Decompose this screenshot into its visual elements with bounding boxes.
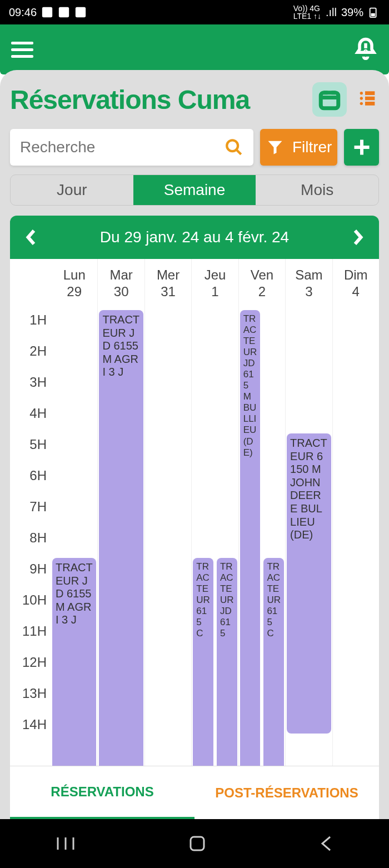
svg-rect-4 xyxy=(371,13,375,17)
day-col-sam: Sam3 TRACTEUR 6150 M JOHN DEERE BULLIEU … xyxy=(286,259,332,766)
view-tabs: Jour Semaine Mois xyxy=(10,174,379,206)
view-tab-day[interactable]: Jour xyxy=(11,175,133,205)
notifications-button[interactable] xyxy=(353,36,378,63)
day-col-dim: Dim4 xyxy=(333,259,379,766)
svg-rect-2 xyxy=(76,7,86,17)
svg-rect-1 xyxy=(59,7,69,17)
event-jeu-1[interactable]: TRACTEUR 615 C xyxy=(193,558,213,766)
calendar-view-button[interactable] xyxy=(312,82,347,117)
event-mar[interactable]: TRACTEUR JD 6155 M AGRI 3 J xyxy=(99,310,143,766)
app-icon xyxy=(74,6,87,18)
date-range-label: Du 29 janv. 24 au 4 févr. 24 xyxy=(100,228,289,246)
bottom-tabs: RÉSERVATIONS POST-RÉSERVATIONS xyxy=(10,766,379,819)
day-col-lun: Lun29 TRACTEUR JD 6155 M AGRI 3 J xyxy=(51,259,98,766)
app-container: Réservations Cuma Filtrer Jour xyxy=(0,24,389,819)
funnel-icon xyxy=(266,139,285,156)
tab-reservations[interactable]: RÉSERVATIONS xyxy=(10,766,194,819)
svg-point-17 xyxy=(227,140,238,151)
day-col-mar: Mar30 TRACTEUR JD 6155 M AGRI 3 J xyxy=(98,259,144,766)
status-net: Vo)) 4GLTE1 ↑↓ xyxy=(293,4,321,20)
list-view-button[interactable] xyxy=(356,89,379,109)
calendar-grid[interactable]: 1H2H3H 4H5H6H 7H8H9H 10H11H12H 13H14H Lu… xyxy=(10,259,379,766)
content-area: Réservations Cuma Filtrer Jour xyxy=(0,70,389,819)
status-battery: 39% xyxy=(341,6,363,19)
linkedin-icon xyxy=(41,6,53,18)
app-topbar xyxy=(0,24,389,74)
day-col-mer: Mer31 xyxy=(145,259,192,766)
day-col-ven: Ven2 TRACTEUR JD 615 M BULLIEU (DE) TRAC… xyxy=(239,259,286,766)
svg-point-11 xyxy=(360,92,363,94)
date-nav: Du 29 janv. 24 au 4 févr. 24 xyxy=(10,216,379,259)
android-nav-bar xyxy=(0,819,389,868)
view-tab-week[interactable]: Semaine xyxy=(133,175,256,205)
event-sam[interactable]: TRACTEUR 6150 M JOHN DEERE BULLIEU (DE) xyxy=(287,433,331,734)
search-input[interactable] xyxy=(20,138,219,156)
list-icon xyxy=(356,89,379,107)
back-button[interactable] xyxy=(318,832,335,855)
recent-apps-button[interactable] xyxy=(54,835,77,852)
gallery-icon xyxy=(58,6,70,18)
event-jeu-2[interactable]: TRACTEUR JD 615 xyxy=(217,558,237,766)
status-signal: .ıll xyxy=(326,6,337,19)
event-lun[interactable]: TRACTEUR JD 6155 M AGRI 3 J xyxy=(52,558,96,766)
svg-point-15 xyxy=(360,102,363,105)
svg-point-6 xyxy=(365,51,366,52)
plus-icon xyxy=(352,137,372,157)
status-bar: 09:46 Vo)) 4GLTE1 ↑↓ .ıll 39% xyxy=(0,0,389,24)
svg-rect-24 xyxy=(191,837,204,850)
calendar-icon xyxy=(318,88,341,111)
svg-line-18 xyxy=(236,149,241,154)
svg-point-13 xyxy=(360,97,363,99)
home-button[interactable] xyxy=(186,832,208,855)
bell-icon xyxy=(353,36,378,61)
page-title: Réservations Cuma xyxy=(10,84,303,115)
view-tab-month[interactable]: Mois xyxy=(256,175,378,205)
add-button[interactable] xyxy=(344,129,379,166)
battery-icon xyxy=(368,6,380,18)
days-grid: Lun29 TRACTEUR JD 6155 M AGRI 3 J Mar30 … xyxy=(51,259,379,766)
status-time: 09:46 xyxy=(9,6,37,19)
search-box[interactable] xyxy=(10,129,253,166)
search-icon xyxy=(225,138,243,157)
event-ven-2[interactable]: TRACTEUR 615 C xyxy=(263,558,284,766)
svg-rect-7 xyxy=(321,93,338,108)
day-col-jeu: Jeu1 TRACTEUR 615 C TRACTEUR JD 615 xyxy=(192,259,238,766)
tab-post-reservations[interactable]: POST-RÉSERVATIONS xyxy=(194,766,379,819)
event-ven-1[interactable]: TRACTEUR JD 615 M BULLIEU (DE) xyxy=(240,310,261,766)
filter-button[interactable]: Filtrer xyxy=(260,129,337,166)
menu-button[interactable] xyxy=(11,42,33,58)
svg-rect-0 xyxy=(42,7,52,17)
prev-week-button[interactable] xyxy=(24,229,37,246)
next-week-button[interactable] xyxy=(352,229,365,246)
hours-column: 1H2H3H 4H5H6H 7H8H9H 10H11H12H 13H14H xyxy=(10,259,51,766)
filter-label: Filtrer xyxy=(292,138,332,156)
